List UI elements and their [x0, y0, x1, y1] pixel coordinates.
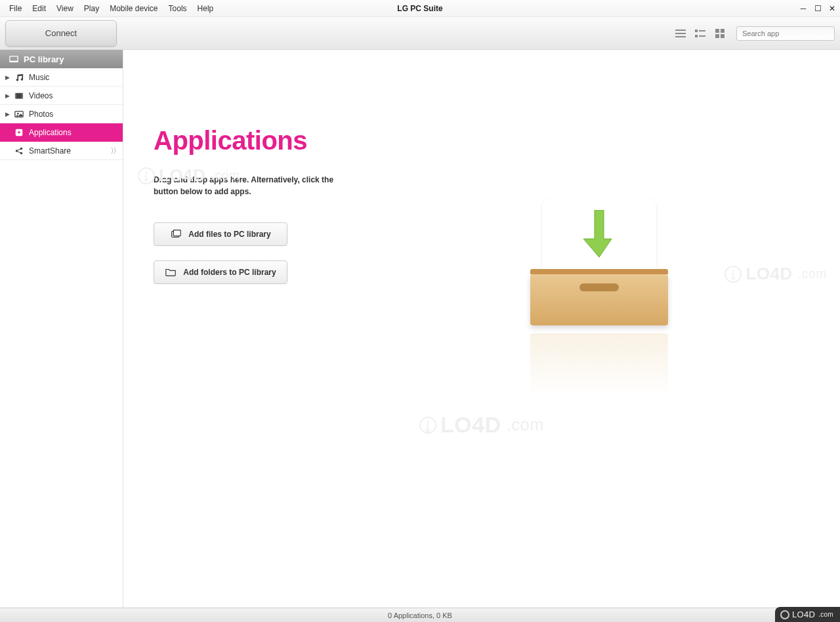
svg-rect-9 — [715, 34, 719, 38]
sidebar-item-smartshare[interactable]: SmartShare ⟩⟩ — [0, 142, 123, 160]
reflection — [530, 333, 668, 396]
svg-rect-8 — [721, 29, 724, 33]
status-bar: 0 Applications, 0 KB — [0, 608, 840, 622]
add-files-button[interactable]: Add files to PC library — [154, 222, 287, 246]
video-icon — [14, 91, 24, 100]
sidebar-header-label: PC library — [24, 54, 64, 64]
sidebar-item-label: Photos — [29, 110, 53, 119]
sidebar-item-label: Applications — [29, 128, 72, 137]
menu-play[interactable]: Play — [79, 2, 104, 15]
svg-rect-1 — [675, 33, 686, 34]
chevron-right-icon: ▶ — [5, 93, 10, 99]
svg-rect-7 — [715, 29, 719, 33]
svg-rect-10 — [721, 34, 724, 38]
chevron-right-icon: ▶ — [5, 74, 10, 81]
sidebar-item-label: SmartShare — [29, 146, 71, 156]
menu-help[interactable]: Help — [192, 2, 219, 15]
files-icon — [170, 229, 182, 239]
sidebar-header: PC library — [0, 50, 123, 68]
svg-rect-5 — [695, 35, 698, 37]
list-view-icon[interactable] — [675, 28, 686, 39]
music-icon — [14, 73, 24, 82]
chevron-right-icon: ▶ — [5, 111, 10, 117]
svg-rect-0 — [675, 30, 686, 31]
broadcast-icon: ⟩⟩ — [111, 146, 116, 155]
menu-bar: File Edit View Play Mobile device Tools … — [0, 0, 840, 17]
svg-rect-4 — [699, 30, 705, 31]
maximize-icon[interactable]: ☐ — [814, 5, 822, 12]
menu-edit[interactable]: Edit — [27, 2, 51, 15]
button-label: Add files to PC library — [188, 230, 270, 239]
sidebar-item-applications[interactable]: Applications — [0, 123, 123, 142]
menu-mobile-device[interactable]: Mobile device — [104, 2, 163, 15]
add-folders-button[interactable]: Add folders to PC library — [154, 260, 287, 284]
toolbar: Connect — [0, 17, 840, 50]
minimize-icon[interactable]: ─ — [799, 5, 807, 12]
watermark: ↓LO4D.com — [724, 264, 827, 284]
connect-button[interactable]: Connect — [5, 20, 117, 47]
photo-icon — [14, 110, 24, 119]
svg-point-20 — [20, 147, 23, 150]
svg-rect-6 — [699, 35, 705, 37]
watermark: ↓LO4D.com — [419, 412, 544, 438]
svg-rect-3 — [695, 30, 698, 32]
menu-view[interactable]: View — [51, 2, 79, 15]
main-content: ↓LO4D.com ↓LO4D.com ↓LO4D.com Applicatio… — [123, 50, 840, 608]
detail-view-icon[interactable] — [694, 28, 706, 39]
app-icon — [14, 128, 24, 137]
grid-view-icon[interactable] — [714, 28, 726, 39]
svg-rect-12 — [10, 61, 18, 62]
sidebar-item-videos[interactable]: ▶ Videos — [0, 87, 123, 105]
svg-rect-23 — [174, 230, 181, 236]
svg-rect-2 — [675, 36, 686, 37]
page-title: Applications — [154, 126, 810, 156]
svg-rect-15 — [22, 93, 23, 98]
sidebar: PC library ▶ Music ▶ Videos ▶ Photos App… — [0, 50, 123, 608]
sidebar-item-label: Videos — [29, 91, 52, 100]
sidebar-item-label: Music — [29, 73, 49, 82]
download-arrow-icon — [583, 210, 616, 269]
sidebar-item-music[interactable]: ▶ Music — [0, 68, 123, 87]
share-icon — [14, 146, 24, 156]
window-title: LG PC Suite — [397, 4, 442, 13]
folder-icon — [165, 267, 177, 278]
page-description: Drag and drop apps here. Alternatively, … — [154, 174, 357, 197]
view-mode-group — [675, 28, 726, 39]
close-icon[interactable]: ✕ — [828, 5, 836, 12]
svg-point-21 — [20, 152, 23, 154]
svg-rect-13 — [15, 93, 23, 98]
status-text: 0 Applications, 0 KB — [388, 612, 452, 619]
button-label: Add folders to PC library — [183, 268, 276, 277]
search-input[interactable] — [736, 26, 835, 41]
dropbox-illustration — [530, 201, 668, 325]
menu-tools[interactable]: Tools — [163, 2, 192, 15]
svg-point-17 — [17, 112, 19, 114]
menu-file[interactable]: File — [4, 2, 27, 15]
source-badge: LO4D.com — [775, 607, 840, 622]
sidebar-item-photos[interactable]: ▶ Photos — [0, 105, 123, 123]
svg-rect-14 — [15, 93, 16, 98]
